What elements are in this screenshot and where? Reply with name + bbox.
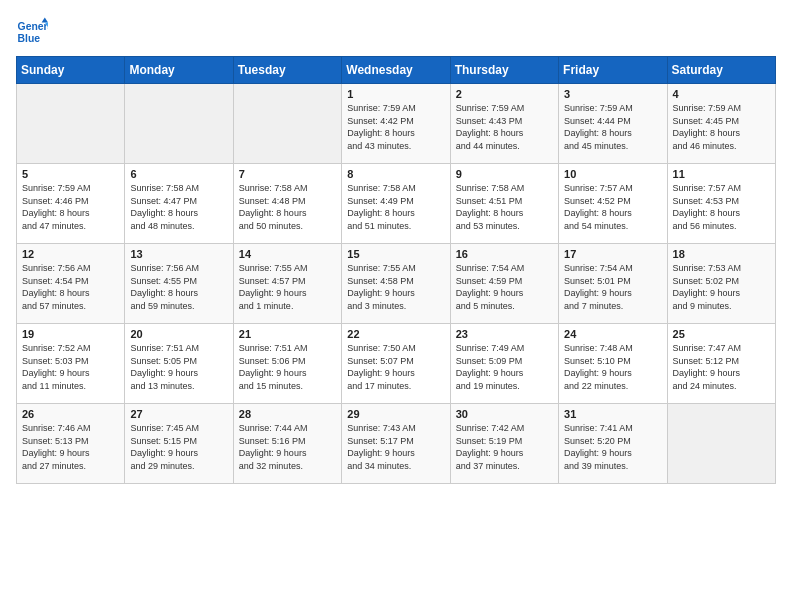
day-number: 17 — [564, 248, 661, 260]
day-number: 14 — [239, 248, 336, 260]
day-number: 13 — [130, 248, 227, 260]
day-number: 22 — [347, 328, 444, 340]
calendar-week-row: 5Sunrise: 7:59 AM Sunset: 4:46 PM Daylig… — [17, 164, 776, 244]
calendar-week-row: 19Sunrise: 7:52 AM Sunset: 5:03 PM Dayli… — [17, 324, 776, 404]
calendar-cell: 21Sunrise: 7:51 AM Sunset: 5:06 PM Dayli… — [233, 324, 341, 404]
day-info: Sunrise: 7:58 AM Sunset: 4:49 PM Dayligh… — [347, 182, 444, 232]
day-number: 6 — [130, 168, 227, 180]
day-info: Sunrise: 7:55 AM Sunset: 4:58 PM Dayligh… — [347, 262, 444, 312]
calendar-cell: 29Sunrise: 7:43 AM Sunset: 5:17 PM Dayli… — [342, 404, 450, 484]
calendar-cell: 12Sunrise: 7:56 AM Sunset: 4:54 PM Dayli… — [17, 244, 125, 324]
calendar-cell: 19Sunrise: 7:52 AM Sunset: 5:03 PM Dayli… — [17, 324, 125, 404]
day-number: 19 — [22, 328, 119, 340]
day-info: Sunrise: 7:53 AM Sunset: 5:02 PM Dayligh… — [673, 262, 770, 312]
day-number: 28 — [239, 408, 336, 420]
svg-text:General: General — [18, 21, 48, 32]
day-number: 10 — [564, 168, 661, 180]
svg-text:Blue: Blue — [18, 33, 41, 44]
day-info: Sunrise: 7:43 AM Sunset: 5:17 PM Dayligh… — [347, 422, 444, 472]
day-number: 11 — [673, 168, 770, 180]
calendar-cell: 3Sunrise: 7:59 AM Sunset: 4:44 PM Daylig… — [559, 84, 667, 164]
calendar-week-row: 12Sunrise: 7:56 AM Sunset: 4:54 PM Dayli… — [17, 244, 776, 324]
weekday-header: Friday — [559, 57, 667, 84]
calendar-cell — [667, 404, 775, 484]
calendar-cell: 23Sunrise: 7:49 AM Sunset: 5:09 PM Dayli… — [450, 324, 558, 404]
calendar-week-row: 1Sunrise: 7:59 AM Sunset: 4:42 PM Daylig… — [17, 84, 776, 164]
day-info: Sunrise: 7:41 AM Sunset: 5:20 PM Dayligh… — [564, 422, 661, 472]
day-number: 21 — [239, 328, 336, 340]
day-info: Sunrise: 7:52 AM Sunset: 5:03 PM Dayligh… — [22, 342, 119, 392]
day-info: Sunrise: 7:54 AM Sunset: 4:59 PM Dayligh… — [456, 262, 553, 312]
calendar-cell: 4Sunrise: 7:59 AM Sunset: 4:45 PM Daylig… — [667, 84, 775, 164]
day-info: Sunrise: 7:58 AM Sunset: 4:47 PM Dayligh… — [130, 182, 227, 232]
day-number: 7 — [239, 168, 336, 180]
calendar-cell: 1Sunrise: 7:59 AM Sunset: 4:42 PM Daylig… — [342, 84, 450, 164]
day-number: 23 — [456, 328, 553, 340]
day-number: 20 — [130, 328, 227, 340]
calendar-cell: 22Sunrise: 7:50 AM Sunset: 5:07 PM Dayli… — [342, 324, 450, 404]
day-info: Sunrise: 7:57 AM Sunset: 4:53 PM Dayligh… — [673, 182, 770, 232]
logo: General Blue — [16, 16, 52, 48]
day-info: Sunrise: 7:59 AM Sunset: 4:42 PM Dayligh… — [347, 102, 444, 152]
calendar-cell: 5Sunrise: 7:59 AM Sunset: 4:46 PM Daylig… — [17, 164, 125, 244]
calendar-cell: 8Sunrise: 7:58 AM Sunset: 4:49 PM Daylig… — [342, 164, 450, 244]
day-number: 12 — [22, 248, 119, 260]
day-number: 25 — [673, 328, 770, 340]
day-info: Sunrise: 7:55 AM Sunset: 4:57 PM Dayligh… — [239, 262, 336, 312]
calendar-cell: 30Sunrise: 7:42 AM Sunset: 5:19 PM Dayli… — [450, 404, 558, 484]
weekday-header: Thursday — [450, 57, 558, 84]
calendar-cell — [17, 84, 125, 164]
day-info: Sunrise: 7:50 AM Sunset: 5:07 PM Dayligh… — [347, 342, 444, 392]
day-number: 1 — [347, 88, 444, 100]
calendar-cell: 16Sunrise: 7:54 AM Sunset: 4:59 PM Dayli… — [450, 244, 558, 324]
weekday-header-row: SundayMondayTuesdayWednesdayThursdayFrid… — [17, 57, 776, 84]
day-info: Sunrise: 7:59 AM Sunset: 4:43 PM Dayligh… — [456, 102, 553, 152]
weekday-header: Saturday — [667, 57, 775, 84]
day-number: 24 — [564, 328, 661, 340]
day-info: Sunrise: 7:58 AM Sunset: 4:48 PM Dayligh… — [239, 182, 336, 232]
day-number: 31 — [564, 408, 661, 420]
calendar-cell: 15Sunrise: 7:55 AM Sunset: 4:58 PM Dayli… — [342, 244, 450, 324]
day-info: Sunrise: 7:44 AM Sunset: 5:16 PM Dayligh… — [239, 422, 336, 472]
calendar-cell: 31Sunrise: 7:41 AM Sunset: 5:20 PM Dayli… — [559, 404, 667, 484]
calendar-cell: 20Sunrise: 7:51 AM Sunset: 5:05 PM Dayli… — [125, 324, 233, 404]
calendar-cell: 10Sunrise: 7:57 AM Sunset: 4:52 PM Dayli… — [559, 164, 667, 244]
header: General Blue — [16, 16, 776, 48]
day-info: Sunrise: 7:54 AM Sunset: 5:01 PM Dayligh… — [564, 262, 661, 312]
day-number: 18 — [673, 248, 770, 260]
weekday-header: Wednesday — [342, 57, 450, 84]
calendar-cell: 26Sunrise: 7:46 AM Sunset: 5:13 PM Dayli… — [17, 404, 125, 484]
day-info: Sunrise: 7:58 AM Sunset: 4:51 PM Dayligh… — [456, 182, 553, 232]
calendar-cell: 9Sunrise: 7:58 AM Sunset: 4:51 PM Daylig… — [450, 164, 558, 244]
calendar-cell — [233, 84, 341, 164]
day-number: 8 — [347, 168, 444, 180]
calendar-cell: 28Sunrise: 7:44 AM Sunset: 5:16 PM Dayli… — [233, 404, 341, 484]
day-info: Sunrise: 7:49 AM Sunset: 5:09 PM Dayligh… — [456, 342, 553, 392]
day-number: 3 — [564, 88, 661, 100]
calendar-cell: 27Sunrise: 7:45 AM Sunset: 5:15 PM Dayli… — [125, 404, 233, 484]
calendar-cell: 11Sunrise: 7:57 AM Sunset: 4:53 PM Dayli… — [667, 164, 775, 244]
day-info: Sunrise: 7:51 AM Sunset: 5:06 PM Dayligh… — [239, 342, 336, 392]
day-number: 5 — [22, 168, 119, 180]
day-number: 29 — [347, 408, 444, 420]
day-number: 9 — [456, 168, 553, 180]
day-info: Sunrise: 7:46 AM Sunset: 5:13 PM Dayligh… — [22, 422, 119, 472]
calendar-cell: 2Sunrise: 7:59 AM Sunset: 4:43 PM Daylig… — [450, 84, 558, 164]
calendar-cell: 14Sunrise: 7:55 AM Sunset: 4:57 PM Dayli… — [233, 244, 341, 324]
calendar-cell: 13Sunrise: 7:56 AM Sunset: 4:55 PM Dayli… — [125, 244, 233, 324]
day-number: 30 — [456, 408, 553, 420]
day-number: 4 — [673, 88, 770, 100]
weekday-header: Tuesday — [233, 57, 341, 84]
day-info: Sunrise: 7:57 AM Sunset: 4:52 PM Dayligh… — [564, 182, 661, 232]
day-info: Sunrise: 7:56 AM Sunset: 4:54 PM Dayligh… — [22, 262, 119, 312]
day-number: 15 — [347, 248, 444, 260]
calendar-cell — [125, 84, 233, 164]
calendar-table: SundayMondayTuesdayWednesdayThursdayFrid… — [16, 56, 776, 484]
day-info: Sunrise: 7:47 AM Sunset: 5:12 PM Dayligh… — [673, 342, 770, 392]
calendar-cell: 18Sunrise: 7:53 AM Sunset: 5:02 PM Dayli… — [667, 244, 775, 324]
calendar-week-row: 26Sunrise: 7:46 AM Sunset: 5:13 PM Dayli… — [17, 404, 776, 484]
day-info: Sunrise: 7:59 AM Sunset: 4:46 PM Dayligh… — [22, 182, 119, 232]
weekday-header: Monday — [125, 57, 233, 84]
day-info: Sunrise: 7:48 AM Sunset: 5:10 PM Dayligh… — [564, 342, 661, 392]
day-info: Sunrise: 7:56 AM Sunset: 4:55 PM Dayligh… — [130, 262, 227, 312]
